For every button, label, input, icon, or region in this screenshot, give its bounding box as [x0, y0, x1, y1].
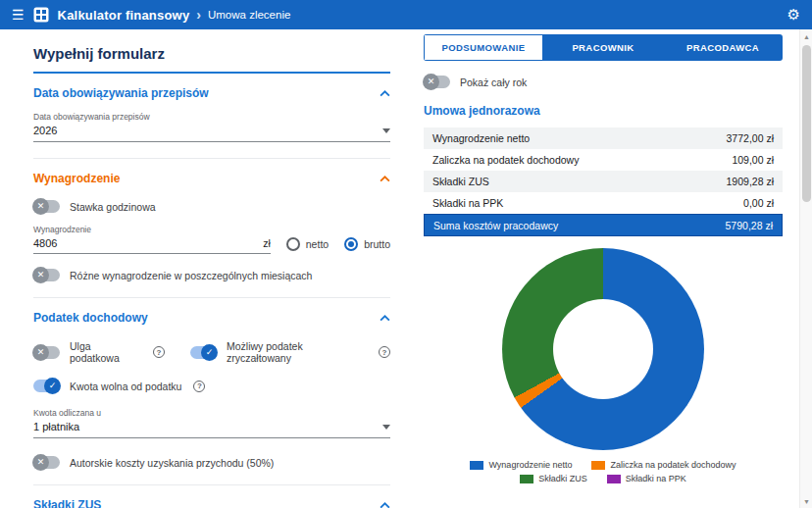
legend-item: Zaliczka na podatek dochodowy [591, 460, 736, 470]
results-tab-bar: PODSUMOWANIE PRACOWNIK PRACODAWCA [424, 34, 783, 61]
tax-free-toggle-row: Kwota wolna od podatku ? [33, 380, 390, 392]
field-label: Kwota odliczana u [33, 408, 390, 418]
total-value: 5790,28 zł [726, 220, 773, 231]
section-title: Wynagrodzenie [33, 172, 120, 185]
tax-relief-toggle-row: Ulga podatkowa ? [33, 340, 165, 364]
legend-swatch [607, 475, 621, 483]
help-icon[interactable]: ? [193, 381, 205, 392]
donut-hole [553, 299, 653, 399]
section-tax-header[interactable]: Podatek dochodowy [33, 311, 390, 325]
row-value: 0,00 zł [743, 197, 774, 209]
vertical-scrollbar[interactable]: ▲ ▼ [799, 29, 812, 508]
field-value: 4806 [33, 237, 91, 249]
section-title: Składki ZUS [33, 498, 101, 508]
total-row: Suma kosztów pracodawcy 5790,28 zł [424, 214, 783, 236]
toggle-thumb-icon [44, 378, 61, 394]
flat-tax-toggle[interactable] [190, 346, 217, 359]
toggle-label: Stawka godzinowa [70, 201, 156, 213]
toggle-label: Ulga podatkowa [70, 340, 141, 364]
form-heading: Wypełnij formularz [33, 45, 390, 62]
toggle-thumb-icon [201, 344, 218, 361]
toggle-label: Możliwy podatek zryczałtowany [227, 340, 367, 364]
radio-circle-icon [286, 237, 300, 251]
row-value: 109,00 zł [732, 154, 774, 166]
author-costs-toggle-row: Autorskie koszty uzyskania przychodu (50… [33, 456, 390, 469]
salary-input[interactable]: Wynagrodzenie 4806 zł [33, 225, 271, 254]
help-icon[interactable]: ? [153, 346, 165, 358]
gear-icon[interactable]: ⚙ [787, 6, 800, 24]
chevron-up-icon[interactable] [380, 502, 390, 508]
field-value: 2026 [33, 125, 57, 136]
scroll-down-arrow-icon[interactable]: ▼ [800, 495, 812, 507]
table-row: Składki ZUS 1909,28 zł [424, 171, 783, 192]
monthly-variation-toggle[interactable] [33, 269, 60, 281]
chevron-up-icon[interactable] [380, 315, 390, 322]
tax-toggles-row: Ulga podatkowa ? Możliwy podatek zryczał… [33, 340, 390, 364]
regulations-date-select[interactable]: Data obowiązywania przepisów 2026 [33, 112, 390, 142]
table-row: Wynagrodzenie netto 3772,00 zł [424, 127, 783, 149]
section-salary-header[interactable]: Wynagrodzenie [33, 172, 390, 185]
section-tax: Podatek dochodowy Ulga podatkowa ? Możli… [33, 298, 390, 485]
toggle-thumb-icon [423, 74, 439, 90]
results-subtitle: Umowa jednorazowa [424, 104, 783, 118]
section-title: Data obowiązywania przepisów [33, 86, 209, 100]
legend-label: Składki ZUS [538, 474, 587, 483]
tax-relief-toggle[interactable] [33, 346, 60, 359]
field-label: Data obowiązywania przepisów [33, 112, 390, 122]
currency-suffix: zł [263, 237, 271, 249]
salary-input-row: Wynagrodzenie 4806 zł netto brutto [33, 225, 390, 254]
chevron-up-icon[interactable] [380, 176, 390, 182]
netto-radio[interactable]: netto [286, 237, 329, 251]
breadcrumb-separator-icon: › [196, 7, 201, 23]
legend-item: Składki na PPK [607, 474, 686, 483]
row-value: 3772,00 zł [727, 132, 774, 144]
table-row: Zaliczka na podatek dochodowy 109,00 zł [424, 149, 783, 171]
results-rows: Wynagrodzenie netto 3772,00 zł Zaliczka … [424, 127, 783, 214]
legend-item: Wynagrodzenie netto [470, 460, 572, 470]
legend-label: Składki na PPK [626, 474, 686, 483]
results-panel: PODSUMOWANIE PRACOWNIK PRACODAWCA Pokaż … [424, 34, 783, 483]
section-regulations: Data obowiązywania przepisów Data obowią… [33, 74, 390, 159]
toggle-label: Kwota wolna od podatku [70, 381, 181, 392]
hourly-rate-toggle[interactable] [33, 200, 60, 213]
deduction-payer-select[interactable]: Kwota odliczana u 1 płatnika [33, 408, 390, 438]
legend-label: Wynagrodzenie netto [488, 460, 572, 470]
monthly-variation-toggle-row: Różne wynagrodzenie w poszczególnych mie… [33, 269, 390, 281]
toggle-thumb-icon [32, 267, 49, 283]
section-zus: Składki ZUS [33, 485, 390, 508]
radio-label: brutto [364, 238, 390, 250]
field-label: Wynagrodzenie [33, 225, 91, 234]
help-icon[interactable]: ? [379, 346, 390, 358]
tab-pracodawca[interactable]: PRACODAWCA [663, 34, 783, 61]
tab-podsumowanie[interactable]: PODSUMOWANIE [424, 34, 543, 61]
brutto-radio[interactable]: brutto [344, 237, 390, 251]
legend-swatch [591, 461, 605, 470]
results-table: Wynagrodzenie netto 3772,00 zł Zaliczka … [424, 127, 783, 236]
section-zus-header[interactable]: Składki ZUS [33, 498, 390, 508]
scroll-up-arrow-icon[interactable]: ▲ [800, 30, 812, 42]
row-label: Wynagrodzenie netto [432, 132, 530, 144]
breadcrumb-current: Umowa zlecenie [208, 9, 290, 21]
toggle-label: Pokaż cały rok [460, 76, 527, 88]
radio-circle-icon [344, 237, 358, 251]
legend-label: Zaliczka na podatek dochodowy [610, 460, 736, 470]
chart-area [424, 248, 783, 450]
app-icon [33, 7, 49, 23]
toggle-thumb-icon [32, 198, 49, 215]
legend-item: Składki ZUS [520, 474, 587, 483]
menu-icon[interactable]: ☰ [12, 8, 25, 22]
author-costs-toggle[interactable] [33, 456, 60, 469]
show-full-year-toggle[interactable] [424, 76, 450, 88]
top-app-bar: ☰ Kalkulator finansowy › Umowa zlecenie … [0, 0, 812, 29]
total-label: Suma kosztów pracodawcy [433, 220, 558, 231]
tax-free-toggle[interactable] [33, 380, 60, 392]
section-regulations-header[interactable]: Data obowiązywania przepisów [33, 86, 390, 100]
scrollbar-thumb[interactable] [802, 45, 811, 202]
chevron-up-icon[interactable] [380, 90, 390, 97]
toggle-label: Różne wynagrodzenie w poszczególnych mie… [70, 270, 312, 281]
toggle-thumb-icon [32, 454, 49, 471]
tab-pracownik[interactable]: PRACOWNIK [543, 34, 663, 61]
dropdown-caret-icon [382, 425, 390, 430]
section-salary: Wynagrodzenie Stawka godzinowa Wynagrodz… [33, 159, 390, 298]
show-full-year-toggle-row: Pokaż cały rok [424, 76, 783, 88]
